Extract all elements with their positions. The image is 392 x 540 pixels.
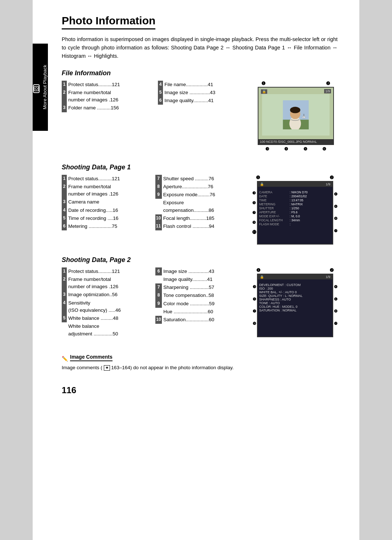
image-comments-section: ✏️ Image Comments Image comments ( ✦ 163… bbox=[62, 350, 338, 371]
data-row: TIME : 13:47:05 bbox=[259, 198, 331, 202]
data-row: COLOR: HUE : MODE1, 0 bbox=[259, 305, 331, 309]
file-info-block: 1 Protect status..........121 2 Frame nu… bbox=[62, 81, 338, 152]
data-row: DEVELOPMENT : CUSTOM bbox=[259, 283, 331, 287]
item-text: Hue .........................60 bbox=[162, 308, 245, 316]
data-row: CAMERA : NIKON D70 bbox=[259, 190, 331, 194]
row-value: : 34mm bbox=[290, 218, 300, 222]
file-info-screen: 🔒 1/9 bbox=[258, 87, 334, 145]
label-6-s1: ❻ bbox=[334, 204, 338, 209]
item-num: 3 bbox=[62, 291, 67, 299]
item-text: Image quality...........41 bbox=[162, 275, 245, 283]
data-rows-s2: DEVELOPMENT : CUSTOM ISO : 200 WHITE BAL… bbox=[258, 274, 332, 314]
shooting2-col2: 6 Image size ...............43 Image qua… bbox=[155, 267, 245, 338]
data-row: APERTURE : F5.6 bbox=[259, 210, 331, 214]
right-labels-s1: ❹ ❻ ❽ ❿ bbox=[334, 181, 338, 245]
item-text: Image quality...........41 bbox=[163, 97, 250, 105]
row-value: : 2004/01/02 bbox=[290, 194, 307, 198]
image-comments-text: Image comments ( ✦ 163–164) do not appea… bbox=[62, 365, 338, 371]
label-6-s2: ❻ bbox=[334, 297, 338, 302]
row-label: METERING bbox=[259, 202, 288, 206]
item-num: 3 bbox=[62, 104, 67, 112]
reference-icon: ✦ bbox=[104, 365, 110, 371]
item-text: Flash control ............94 bbox=[162, 222, 245, 230]
right-labels-s2: ❹ ❻ ❽ ❿ bbox=[334, 274, 338, 337]
row-value: : NIKON D70 bbox=[290, 190, 308, 194]
row-label: FOCAL LENGTH bbox=[259, 218, 288, 222]
shooting1-block: 1 Protect status..........121 2 Frame nu… bbox=[62, 175, 338, 245]
label-1-s2: ❶ bbox=[256, 267, 261, 273]
item-text: Frame number/totalnumber of images .126 bbox=[67, 183, 152, 198]
item-text: Folder name ..........156 bbox=[67, 104, 154, 112]
item-num: 5 bbox=[62, 314, 67, 322]
list-item: 9 Exposure mode.........76 bbox=[155, 191, 245, 199]
row-label: CAMERA bbox=[259, 190, 288, 194]
protect-indicator: 🔒 bbox=[261, 89, 268, 94]
list-item: 2 Frame number/totalnumber of images .12… bbox=[62, 183, 152, 198]
protect-s1: 🔒 bbox=[260, 182, 264, 186]
row-label: APERTURE bbox=[259, 210, 288, 214]
label-5: ❺ bbox=[303, 146, 307, 152]
list-item: 6 Image size ...............43 bbox=[155, 267, 245, 275]
row-value: : M, 0.0 bbox=[290, 214, 300, 218]
data-rows-s1: CAMERA : NIKON D70 DATE : 2004/01/02 TIM… bbox=[258, 182, 332, 228]
item-text: Saturation.................60 bbox=[162, 316, 245, 324]
item-text: Time of recording ....16 bbox=[67, 214, 152, 222]
list-item: 5 Image size ...............43 bbox=[158, 89, 250, 97]
item-text: Image optimization..56 bbox=[67, 291, 152, 299]
protect-s2: 🔒 bbox=[260, 275, 264, 279]
data-row: SIZE: QUALITY : L: NORMAL bbox=[259, 294, 331, 298]
row-label: WHITE BAL. +/- bbox=[259, 290, 282, 294]
sidebar-icon bbox=[33, 84, 40, 93]
list-item: 7 Shutter speed ..........76 bbox=[155, 175, 245, 183]
label-10-s2: ❿ bbox=[334, 321, 338, 326]
frame-s2: 1/9 bbox=[326, 275, 330, 279]
label-4-s1: ❹ bbox=[334, 192, 338, 197]
list-item: 3 Camera name bbox=[62, 198, 152, 206]
item-num bbox=[155, 275, 162, 283]
frame-s1: 1/9 bbox=[326, 182, 330, 186]
page-container: More About Playback Photo Information Ph… bbox=[33, 0, 359, 540]
cam-photo-area bbox=[262, 94, 330, 136]
item-text: Frame number/totalnumber of images .126 bbox=[67, 89, 154, 104]
item-num: 7 bbox=[155, 175, 162, 183]
item-text: White balance .........48 bbox=[67, 314, 152, 322]
row-value: : 200 bbox=[266, 287, 273, 290]
data-row: ISO : 200 bbox=[259, 287, 331, 290]
label-3: ❸ bbox=[265, 146, 269, 152]
list-item: Image quality...........41 bbox=[155, 275, 245, 283]
item-text: Metering .................75 bbox=[67, 222, 152, 230]
row-label: FLASH MODE bbox=[259, 222, 288, 226]
shooting2-diagram: ❶ ❷ ❸ ❺ ❼ ❾ 🔒 1/9 bbox=[253, 267, 338, 337]
item-num bbox=[155, 308, 162, 316]
item-num: 8 bbox=[155, 183, 162, 191]
item-text: Sharpening ..............57 bbox=[162, 283, 245, 291]
row-label: MODE EXP.+/- bbox=[259, 214, 288, 218]
label-1: ❶ bbox=[261, 81, 266, 86]
list-item: 2 Frame number/totalnumber of images .12… bbox=[62, 275, 152, 291]
item-num: 4 bbox=[158, 81, 163, 89]
shooting1-col1: 1 Protect status..........121 2 Frame nu… bbox=[62, 175, 152, 231]
item-text: Focal length............185 bbox=[162, 214, 245, 222]
item-text: Protect status..........121 bbox=[67, 175, 152, 183]
list-item: 10 Focal length............185 bbox=[155, 214, 245, 222]
shooting2-screen-container: ❸ ❺ ❼ ❾ 🔒 1/9 DEVELOPMENT : bbox=[253, 274, 338, 337]
shooting1-lists: 1 Protect status..........121 2 Frame nu… bbox=[62, 175, 245, 231]
item-text: Protect status..........121 bbox=[67, 81, 154, 89]
list-item: 6 Image quality...........41 bbox=[158, 97, 250, 105]
status-text: 100 NCD70 /DSC_0001.JPG NORMAL bbox=[260, 140, 317, 144]
left-labels-s2: ❸ ❺ ❼ ❾ bbox=[253, 274, 256, 337]
data-row: TONE : AUTO bbox=[259, 301, 331, 305]
shooting2-title: Shooting Data, Page 2 bbox=[62, 256, 338, 264]
label-9-s1: ❾ bbox=[252, 220, 256, 225]
row-value: : MATRIX bbox=[290, 202, 303, 206]
file-info-col1: 1 Protect status..........121 2 Frame nu… bbox=[62, 81, 154, 112]
item-text: Sensitivity(ISO equivalency) .....46 bbox=[67, 299, 152, 315]
page-title: Photo Information bbox=[62, 15, 155, 29]
svg-rect-0 bbox=[34, 86, 39, 91]
list-item: 10 Saturation.................60 bbox=[155, 316, 245, 324]
item-num: 6 bbox=[155, 267, 162, 275]
data-row: SATURATION : NORMAL bbox=[259, 309, 331, 312]
item-num: 4 bbox=[62, 206, 67, 214]
item-text: Shutter speed ..........76 bbox=[162, 175, 245, 183]
item-num: 10 bbox=[155, 316, 162, 324]
